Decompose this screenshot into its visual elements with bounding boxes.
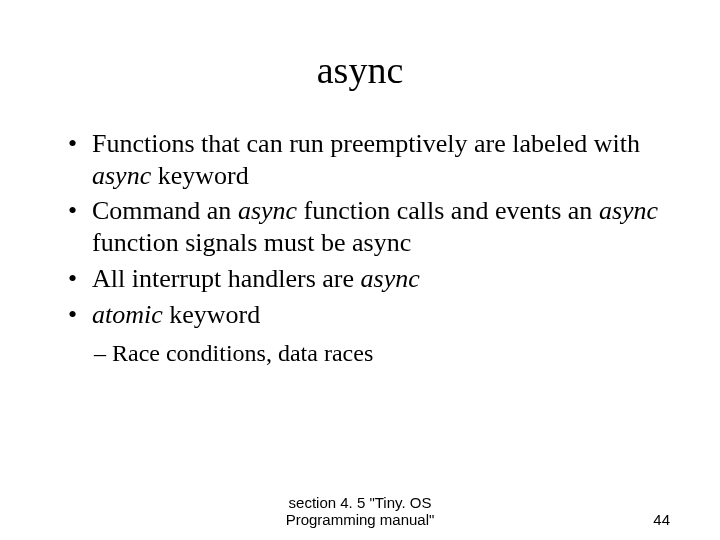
sub-bullet-list: Race conditions, data races bbox=[50, 338, 670, 369]
text-run: keyword bbox=[151, 161, 248, 190]
italic-text: async bbox=[361, 264, 420, 293]
footer: section 4. 5 "Tiny. OS Programming manua… bbox=[0, 494, 720, 528]
text-run: Command an bbox=[92, 196, 238, 225]
text-run: All interrupt handlers are bbox=[92, 264, 361, 293]
text-run: keyword bbox=[163, 300, 260, 329]
bullet-item: atomic keyword bbox=[68, 299, 670, 331]
sub-bullet-item: Race conditions, data races bbox=[94, 338, 670, 369]
bullet-item: All interrupt handlers are async bbox=[68, 263, 670, 295]
text-run: Functions that can run preemptively are … bbox=[92, 129, 640, 158]
italic-text: atomic bbox=[92, 300, 163, 329]
text-run: function calls and events an bbox=[297, 196, 599, 225]
footer-center: section 4. 5 "Tiny. OS Programming manua… bbox=[257, 494, 464, 528]
bullet-list: Functions that can run preemptively are … bbox=[50, 128, 670, 330]
page-number: 44 bbox=[463, 511, 670, 528]
bullet-item: Functions that can run preemptively are … bbox=[68, 128, 670, 191]
slide: async Functions that can run preemptivel… bbox=[0, 0, 720, 540]
italic-text: async bbox=[599, 196, 658, 225]
italic-text: async bbox=[238, 196, 297, 225]
slide-title: async bbox=[50, 48, 670, 92]
text-run: function signals must be async bbox=[92, 228, 411, 257]
italic-text: async bbox=[92, 161, 151, 190]
bullet-item: Command an async function calls and even… bbox=[68, 195, 670, 258]
